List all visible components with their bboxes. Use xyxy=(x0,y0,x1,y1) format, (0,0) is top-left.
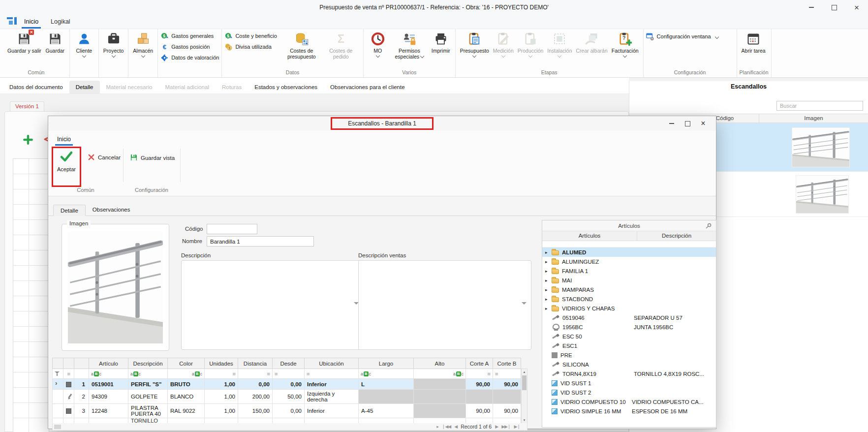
costes-presupuesto-button[interactable]: Costes de presupuesto xyxy=(282,31,321,60)
scroll-down-icon[interactable]: ▼ xyxy=(522,417,527,423)
nav-play-icon[interactable]: ▸ xyxy=(436,424,438,429)
column-articulos[interactable]: Artículos xyxy=(542,231,637,241)
cell-largo[interactable]: A-45 xyxy=(359,404,414,418)
cell-descripcion[interactable]: PILASTRA PUERTA 40 xyxy=(128,404,168,418)
doc-tab[interactable]: Material adicional xyxy=(158,81,216,93)
table-row[interactable]: 1 0519001 PERFIL "S" BRUTO 1,00 0,00 0,0… xyxy=(53,379,521,390)
filter-icon[interactable]: aBc xyxy=(233,370,236,377)
doc-tab[interactable]: Detalle xyxy=(69,81,100,93)
filter-cell[interactable]: aBc xyxy=(128,369,168,379)
doc-tab[interactable]: Observaciones para el cliente xyxy=(324,81,411,93)
article-tree-item[interactable]: PRE xyxy=(542,350,716,360)
cell-color[interactable]: BRUTO xyxy=(168,379,205,390)
expand-arrow-icon[interactable] xyxy=(545,259,552,264)
article-tree-item[interactable]: VIDRIO COMPUESTO 10 VIDRIO COMPUESTO CA.… xyxy=(542,397,716,406)
column-descripcion[interactable]: Descripción xyxy=(637,231,716,241)
divisa-utilizada-button[interactable]: $ Divisa utilizada xyxy=(224,43,277,51)
expand-arrow-icon[interactable] xyxy=(545,287,552,292)
filter-icon[interactable]: aBc xyxy=(361,370,371,377)
article-tree-item[interactable]: SILICONA xyxy=(542,360,716,369)
datos-valoracion-button[interactable]: Datos de valoración xyxy=(160,54,219,62)
filter-cell[interactable]: aBc xyxy=(238,369,273,379)
cell-unidades[interactable]: 1,00 xyxy=(205,390,238,404)
descripcion-ventas-textarea[interactable] xyxy=(358,260,531,350)
nav-prev-icon[interactable]: ◀ xyxy=(454,424,457,429)
cell-corte-b[interactable]: 90,00 xyxy=(493,404,521,418)
column-header[interactable]: Desde xyxy=(273,358,305,369)
filter-cell[interactable]: aBc xyxy=(89,369,128,379)
filter-cell[interactable]: aBc xyxy=(63,369,74,379)
filter-cell[interactable]: aBc xyxy=(205,369,238,379)
column-header[interactable]: Color xyxy=(168,358,205,369)
horizontal-scrollbar-thumb[interactable] xyxy=(54,425,61,429)
doc-tab[interactable]: Roturas xyxy=(216,81,248,93)
expand-arrow-icon[interactable] xyxy=(545,306,552,311)
cell-largo[interactable] xyxy=(359,390,414,404)
dialog-maximize-icon[interactable] xyxy=(680,118,695,129)
article-tree-item[interactable]: 1956BC JUNTA 1956BC xyxy=(542,322,716,332)
cell-desde[interactable]: 0,00 xyxy=(273,404,305,418)
cell-distancia[interactable]: 150,00 xyxy=(238,404,273,418)
expand-arrow-icon[interactable] xyxy=(545,250,552,255)
cell-distancia[interactable]: 200,00 xyxy=(238,390,273,404)
filter-cell[interactable]: aBc xyxy=(414,369,466,379)
cell-corte-a[interactable] xyxy=(466,390,493,404)
cell-corte-a[interactable]: 90,00 xyxy=(466,379,493,390)
scroll-up-icon[interactable]: ▲ xyxy=(522,369,527,375)
cell-color[interactable]: BLANCO xyxy=(168,390,205,404)
gastos-posicion-button[interactable]: € Gastos posición xyxy=(160,43,219,51)
filter-cell[interactable]: aBc xyxy=(168,369,205,379)
aceptar-button[interactable]: Aceptar xyxy=(54,150,79,172)
doc-tab[interactable]: Estados y observaciones xyxy=(248,81,324,93)
filter-cell[interactable]: aBc xyxy=(53,369,63,379)
table-row[interactable]: 3 12248 PILASTRA PUERTA 40 RAL 9022 1,00… xyxy=(53,404,521,418)
mo-button[interactable]: MO xyxy=(366,31,390,57)
scrollbar-thumb[interactable] xyxy=(522,375,527,390)
configuracion-ventana-button[interactable]: Configuración ventana xyxy=(646,32,718,40)
codigo-input[interactable] xyxy=(207,224,257,234)
maximize-icon[interactable] xyxy=(823,0,845,15)
column-imagen[interactable]: Imagen xyxy=(759,114,868,123)
tab-version-1[interactable]: Versión 1 xyxy=(10,101,44,112)
search-input[interactable] xyxy=(776,101,863,111)
cell-corte-a[interactable]: 90,00 xyxy=(466,404,493,418)
filter-cell[interactable]: aBc xyxy=(493,369,521,379)
tab-inicio[interactable]: Inicio xyxy=(22,16,41,29)
column-header[interactable]: Corte B xyxy=(493,358,521,369)
column-header[interactable] xyxy=(53,358,63,369)
doc-tab[interactable]: Material necesario xyxy=(100,81,159,93)
cell-alto[interactable] xyxy=(414,404,466,418)
cell-largo[interactable]: L xyxy=(359,379,414,390)
cell-articulo[interactable]: 0519001 xyxy=(89,379,128,390)
filter-icon[interactable]: aBc xyxy=(267,370,270,377)
cell-desde[interactable]: 50,00 xyxy=(273,390,305,404)
dialog-minimize-icon[interactable] xyxy=(664,118,680,129)
position-grid[interactable] xyxy=(13,158,49,432)
column-header[interactable]: Largo xyxy=(359,358,414,369)
cell-corte-b[interactable]: 90,00 xyxy=(493,379,521,390)
expand-arrow-icon[interactable] xyxy=(545,278,552,283)
cancelar-button[interactable]: Cancelar xyxy=(88,154,121,161)
add-button[interactable] xyxy=(23,134,33,145)
filter-icon[interactable]: aBc xyxy=(55,370,60,377)
chevron-down-icon[interactable] xyxy=(522,302,527,305)
filter-icon[interactable]: aBc xyxy=(275,370,278,377)
column-header[interactable]: Corte A xyxy=(466,358,493,369)
article-tree-item[interactable]: ESC1 xyxy=(542,341,716,350)
nombre-input[interactable] xyxy=(207,236,314,247)
column-header[interactable]: Distancia xyxy=(238,358,273,369)
tab-logikal[interactable]: Logikal xyxy=(48,16,73,29)
filter-cell[interactable]: aBc xyxy=(305,369,359,379)
cliente-button[interactable]: Cliente xyxy=(72,31,96,57)
expand-arrow-icon[interactable] xyxy=(545,269,552,274)
cell-alto[interactable] xyxy=(414,379,466,390)
article-tree-item[interactable]: MAI xyxy=(542,276,716,285)
cell-desde[interactable]: 0,00 xyxy=(273,379,305,390)
facturacion-button[interactable]: ? Facturación xyxy=(610,31,641,57)
cell-ubicacion[interactable]: Izquierda y derecha xyxy=(305,390,359,404)
cell-descripcion[interactable]: PERFIL "S" xyxy=(128,379,168,390)
cell-articulo[interactable]: 12248 xyxy=(89,404,128,418)
article-tree-item[interactable]: VIDRIO SIMPLE 16 MM ESPESOR DE 16 MM xyxy=(542,406,716,416)
guardar-y-salir-button[interactable]: ✕ Guardar y salir xyxy=(5,31,43,54)
column-header[interactable]: Alto xyxy=(414,358,466,369)
